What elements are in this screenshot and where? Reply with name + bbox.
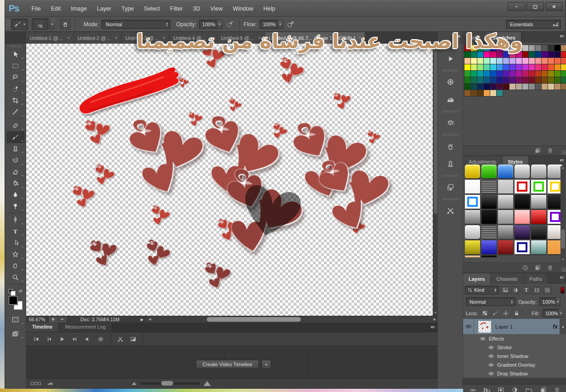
- style-preset-33[interactable]: [498, 240, 513, 254]
- menu-window[interactable]: Window: [228, 4, 258, 14]
- swatch-4-4[interactable]: [490, 71, 496, 77]
- render-video-icon[interactable]: [46, 380, 54, 387]
- tab-close-icon[interactable]: ×: [115, 35, 118, 40]
- swatch-2-10[interactable]: [529, 58, 535, 64]
- foreground-color-swatch[interactable]: [9, 296, 17, 305]
- brush-tool[interactable]: [7, 131, 24, 143]
- eraser-tool[interactable]: [7, 166, 24, 177]
- swatch-0-14[interactable]: [555, 45, 560, 51]
- document-tab-5[interactable]: Untitled-5 @ 100...×: [217, 32, 265, 44]
- swatch-6-10[interactable]: [529, 84, 535, 90]
- filter-type-layers-icon[interactable]: T: [522, 286, 531, 294]
- panel-group-grip[interactable]: [442, 134, 458, 136]
- style-preset-3[interactable]: [498, 165, 513, 178]
- custom-shape-tool[interactable]: [7, 249, 24, 260]
- swatch-6-14[interactable]: [555, 84, 560, 90]
- swatch-1-9[interactable]: [522, 51, 528, 57]
- menu-type[interactable]: Type: [116, 4, 139, 14]
- layers-tab-channels[interactable]: Channels: [491, 273, 523, 284]
- styles-scrollbar-thumb[interactable]: [561, 229, 565, 249]
- close-button[interactable]: ✕: [545, 2, 563, 11]
- panel-group-grip[interactable]: [442, 175, 458, 177]
- menu-select[interactable]: Select: [139, 4, 165, 14]
- swatch-6-0[interactable]: [464, 84, 470, 90]
- tab-close-icon[interactable]: ×: [258, 35, 261, 40]
- restore-button[interactable]: ▢: [526, 2, 544, 11]
- clone-source-panel-button[interactable]: [441, 155, 459, 172]
- filter-pixel-layers-icon[interactable]: [501, 286, 509, 294]
- scroll-down-arrow[interactable]: ▼: [560, 258, 566, 261]
- swatch-6-11[interactable]: [535, 84, 541, 90]
- link-layers-icon[interactable]: [469, 386, 476, 392]
- menu-3d[interactable]: 3D: [188, 4, 205, 14]
- tab-close-icon[interactable]: ×: [358, 35, 361, 40]
- style-preset-27[interactable]: [498, 225, 513, 239]
- collapse-effects-icon[interactable]: ▲: [560, 319, 566, 334]
- swatch-0-12[interactable]: [542, 45, 548, 51]
- mode-dropdown[interactable]: Normal ▲▼: [102, 20, 170, 29]
- zoom-tool[interactable]: [7, 272, 24, 283]
- document-tab-3[interactable]: Untitled-3 @ 66...×: [122, 32, 170, 44]
- swatch-3-15[interactable]: [561, 64, 566, 70]
- style-preset-29[interactable]: [531, 225, 546, 239]
- swatch-3-10[interactable]: [529, 64, 535, 70]
- spot-healing-tool[interactable]: [7, 120, 24, 131]
- layers-tab-paths[interactable]: Paths: [524, 273, 548, 284]
- swatch-2-13[interactable]: [548, 58, 554, 64]
- swatch-5-12[interactable]: [542, 77, 548, 83]
- transition-icon[interactable]: [127, 334, 140, 345]
- swatch-4-1[interactable]: [471, 71, 477, 77]
- swatch-0-13[interactable]: [548, 45, 554, 51]
- swatch-6-6[interactable]: [503, 84, 509, 90]
- vertical-scrollbar-thumb[interactable]: [434, 45, 437, 214]
- swatch-1-15[interactable]: [561, 51, 566, 57]
- timeline-settings-icon[interactable]: [94, 334, 107, 345]
- delete-style-icon[interactable]: [547, 264, 554, 271]
- zoom-out-icon[interactable]: [132, 382, 136, 385]
- panel-menu-icon[interactable]: ▾≡: [560, 275, 564, 280]
- paint-bucket-tool[interactable]: [7, 177, 24, 189]
- new-swatch-icon[interactable]: [534, 147, 541, 154]
- tab-close-icon[interactable]: ×: [67, 35, 70, 40]
- style-preset-20[interactable]: [481, 210, 497, 224]
- create-video-timeline-button[interactable]: Create Video Timeline: [196, 360, 259, 369]
- swatch-6-1[interactable]: [471, 84, 477, 90]
- swatch-5-2[interactable]: [477, 77, 483, 83]
- effect-row-gradient-overlay[interactable]: Gradient Overlay: [463, 360, 566, 369]
- style-preset-9[interactable]: [498, 180, 513, 193]
- next-frame-button[interactable]: [68, 334, 81, 345]
- swatch-7-4[interactable]: [490, 90, 496, 96]
- swatch-3-0[interactable]: [464, 64, 470, 70]
- effect-eye-icon[interactable]: [487, 371, 495, 376]
- swatch-5-7[interactable]: [509, 77, 515, 83]
- style-preset-2[interactable]: [481, 165, 497, 178]
- panel-menu-icon[interactable]: ▾≡: [430, 324, 435, 330]
- timeline-mode-dropdown[interactable]: ▼: [261, 360, 271, 369]
- style-preset-1[interactable]: [465, 165, 480, 178]
- new-group-icon[interactable]: [525, 386, 532, 392]
- panel-group-grip[interactable]: [442, 110, 458, 113]
- vertical-scrollbar[interactable]: ▼: [433, 44, 437, 316]
- swatch-6-2[interactable]: [477, 84, 483, 90]
- swatch-4-11[interactable]: [535, 71, 541, 77]
- lock-all-icon[interactable]: [513, 310, 520, 317]
- timeline-tab-timeline[interactable]: Timeline: [26, 323, 59, 332]
- export-icon[interactable]: ➦: [58, 317, 66, 322]
- document-tab-2[interactable]: Untitled-2 @ 100...×: [74, 32, 122, 44]
- panel-group-grip[interactable]: [442, 69, 458, 72]
- screen-mode-button[interactable]: [7, 328, 24, 340]
- swatch-4-6[interactable]: [503, 71, 509, 77]
- swatch-1-6[interactable]: [503, 51, 509, 57]
- scroll-up-arrow[interactable]: ▲: [560, 166, 566, 169]
- delete-swatch-icon[interactable]: [547, 147, 554, 154]
- swatch-2-9[interactable]: [522, 58, 528, 64]
- swatch-0-15[interactable]: [561, 45, 566, 51]
- blend-mode-dropdown[interactable]: Normal ▲▼: [466, 297, 515, 306]
- crop-tool[interactable]: [7, 95, 24, 106]
- frames-icon[interactable]: [31, 382, 41, 385]
- swatch-3-4[interactable]: [490, 64, 496, 70]
- swatch-0-8[interactable]: [516, 45, 522, 51]
- toggle-brush-panel-icon[interactable]: [60, 19, 71, 29]
- menu-filter[interactable]: Filter: [165, 4, 188, 14]
- swatch-2-0[interactable]: [464, 58, 470, 64]
